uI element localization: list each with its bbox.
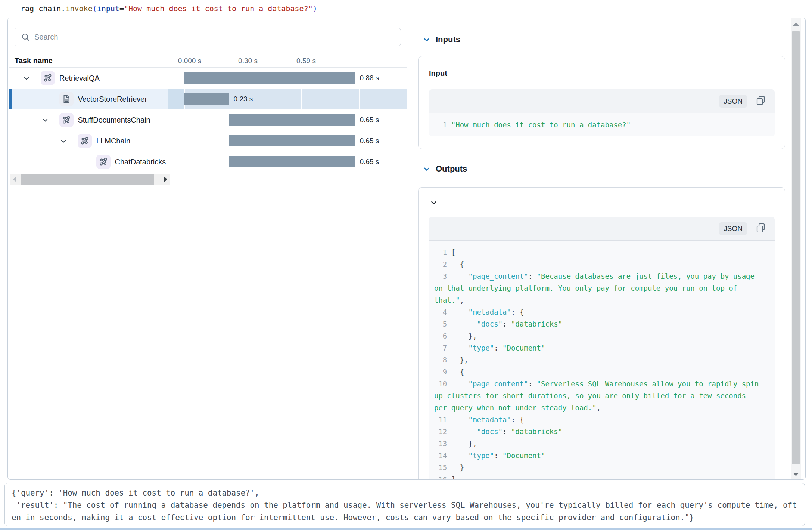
- duration-bar[interactable]: [184, 72, 355, 84]
- json-pun-segment: },: [451, 332, 477, 340]
- line-number: 3: [434, 270, 447, 282]
- outputs-card: JSON 1[ 2 { 3 "page_content": "Because d…: [418, 187, 785, 480]
- result-text: {'query': 'How much does it cost to run …: [12, 487, 798, 524]
- input-json-code: 1"How much does it cost to run a databas…: [429, 113, 775, 136]
- json-pun-segment: ,: [597, 404, 601, 412]
- json-pun-segment: {: [451, 368, 464, 376]
- input-field-label: Input: [429, 69, 447, 78]
- duration-label: 0.88 s: [360, 68, 379, 89]
- scroll-right-button[interactable]: [160, 174, 170, 185]
- outputs-heading: Outputs: [436, 163, 467, 175]
- notebook-code-line: rag_chain.invoke(input="How much does it…: [21, 4, 317, 13]
- chevron-down-icon[interactable]: [41, 117, 49, 124]
- json-pun-segment: [451, 344, 469, 352]
- json-pun-segment: :: [528, 272, 537, 280]
- line-number: 11: [434, 414, 447, 426]
- vertical-scrollbar-thumb[interactable]: [792, 31, 800, 464]
- code-line: 16]: [434, 473, 761, 480]
- json-pun-segment: }: [451, 463, 464, 472]
- json-pun-segment: [451, 427, 477, 436]
- time-tick-label: 0.000 s: [178, 57, 201, 65]
- task-name-label: StuffDocumentsChain: [78, 109, 150, 130]
- search-input[interactable]: [34, 28, 393, 46]
- table-row-chatdatabricks[interactable]: ChatDatabricks 0.65 s: [9, 151, 407, 172]
- collapse-outputs-chevron-icon[interactable]: [423, 165, 431, 175]
- output-json-code: 1[ 2 { 3 "page_content": "Because databa…: [429, 241, 775, 480]
- task-name-cell: StuffDocumentsChain: [9, 109, 168, 130]
- task-name-column-header: Task name: [15, 56, 53, 65]
- copy-icon[interactable]: [755, 222, 768, 235]
- span-tree: RetrievalQA 0.88 s VectorStoreRetriever: [9, 68, 407, 172]
- line-number: 9: [434, 366, 447, 378]
- inputs-section-header: Inputs: [418, 34, 787, 46]
- table-row-stuffdocumentschain[interactable]: StuffDocumentsChain 0.65 s: [9, 109, 407, 130]
- line-number: 4: [434, 306, 447, 318]
- task-name-label: ChatDatabricks: [115, 151, 166, 172]
- line-number: 10: [434, 378, 447, 390]
- collapse-inputs-chevron-icon[interactable]: [423, 36, 431, 46]
- json-pun-segment: {: [451, 260, 464, 268]
- json-pun-segment: :: [528, 380, 537, 388]
- code-token: invoke: [65, 4, 92, 13]
- json-key-segment: "type": [469, 451, 494, 460]
- scroll-up-button[interactable]: [791, 18, 801, 30]
- horizontal-scrollbar-thumb[interactable]: [21, 174, 154, 185]
- line-number: 12: [434, 426, 447, 438]
- json-pun-segment: :: [494, 451, 503, 460]
- line-number: 15: [434, 461, 447, 473]
- json-pun-segment: },: [451, 356, 469, 364]
- duration-bar[interactable]: [229, 114, 355, 126]
- json-key-segment: "metadata": [469, 308, 511, 316]
- search-icon: [21, 33, 31, 42]
- line-number: 1: [434, 119, 447, 131]
- code-block-toolbar: JSON: [429, 89, 775, 113]
- table-row-retrievalqa[interactable]: RetrievalQA 0.88 s: [9, 68, 407, 89]
- code-line: 14 "type": "Document": [434, 450, 761, 461]
- table-row-vectorstoreretriever[interactable]: VectorStoreRetriever 0.23 s: [9, 89, 407, 109]
- code-token: (: [93, 4, 97, 13]
- line-number: 2: [434, 258, 447, 270]
- json-key-segment: "metadata": [469, 416, 511, 424]
- table-row-llmchain[interactable]: LLMChain 0.65 s: [9, 130, 407, 151]
- cell-divider: [0, 528, 812, 530]
- copy-icon[interactable]: [755, 95, 768, 108]
- inputs-card: Input JSON 1"How much does it cost to ru…: [418, 56, 785, 149]
- horizontal-scrollbar[interactable]: [10, 174, 170, 185]
- json-pun-segment: [: [451, 248, 455, 256]
- timeline-cell: 0.65 s: [168, 109, 407, 130]
- json-pun-segment: [451, 416, 469, 424]
- duration-bar[interactable]: [184, 93, 229, 105]
- retriever-document-icon: [59, 92, 74, 106]
- duration-bar[interactable]: [229, 156, 355, 167]
- scroll-left-button[interactable]: [10, 174, 20, 185]
- json-pun-segment: [451, 451, 469, 460]
- json-format-badge: JSON: [719, 95, 747, 108]
- input-json-block: JSON 1"How much does it cost to run a da…: [429, 89, 775, 136]
- json-pun-segment: :: [503, 320, 511, 328]
- task-name-cell: LLMChain: [9, 130, 168, 151]
- chevron-down-icon[interactable]: [60, 138, 67, 145]
- time-tick-label: 0.59 s: [296, 57, 316, 65]
- code-line: 6 },: [434, 330, 761, 342]
- chain-icon: [96, 155, 111, 169]
- duration-bar[interactable]: [229, 135, 355, 146]
- vertical-scrollbar[interactable]: [791, 18, 801, 480]
- code-line: 11 "metadata": {: [434, 414, 761, 426]
- line-number: 16: [434, 473, 447, 480]
- json-key-segment: "type": [469, 344, 494, 352]
- code-line: 12 "docs": "databricks": [434, 426, 761, 438]
- json-pun-segment: },: [451, 439, 477, 448]
- json-pun-segment: [451, 320, 477, 328]
- code-line: 4 "metadata": {: [434, 306, 761, 318]
- code-block-toolbar: JSON: [429, 217, 775, 241]
- json-key-segment: "page_content": [469, 380, 528, 388]
- task-name-cell: VectorStoreRetriever: [9, 89, 168, 109]
- chevron-down-icon[interactable]: [23, 75, 30, 82]
- json-pun-segment: ]: [451, 475, 455, 480]
- scroll-down-button[interactable]: [791, 468, 801, 480]
- collapse-output-item-chevron-icon[interactable]: [430, 199, 438, 209]
- inputs-heading: Inputs: [436, 34, 460, 46]
- chain-icon: [41, 71, 55, 85]
- json-str-segment: "databricks": [511, 320, 562, 328]
- duration-label: 0.65 s: [360, 151, 379, 172]
